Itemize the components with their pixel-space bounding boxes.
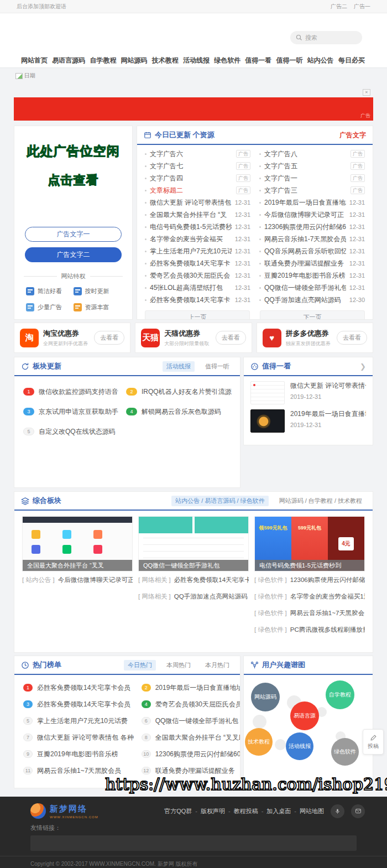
link-text[interactable]: 网易云音乐抽1~7天黑胶会员 [290, 609, 365, 617]
article-row[interactable]: 必胜客免费领取14天宅享卡 12-31 [145, 294, 250, 306]
chevron-right-icon[interactable]: ❯ [360, 362, 366, 371]
nav-item[interactable]: 绿色软件 [214, 56, 240, 65]
article-row[interactable]: 必胜客免费领取14天宅享卡 12-31 [145, 257, 250, 269]
nav-item[interactable]: 值得一听 [276, 56, 303, 65]
hot-list-item[interactable]: 3 必胜客免费领取14天宅享卡会员 [23, 696, 134, 713]
article-row[interactable]: QQ音乐网易云音乐听歌回忆 12-31 [259, 245, 365, 257]
list-item[interactable]: 2 IRQQ机器人好友名片赞引流源 [126, 382, 232, 402]
go-see-button[interactable]: 去看看 [94, 331, 124, 345]
nav-item[interactable]: 自学教程 [90, 56, 116, 65]
footer-link[interactable]: 教程投稿 [234, 807, 267, 815]
nav-item[interactable]: 网站首页 [21, 56, 48, 65]
link-text[interactable]: 今后微信微博聊天记录可正式 [58, 576, 133, 584]
nav-item[interactable]: 网站源码 [121, 56, 148, 65]
coupon-card[interactable]: ♥ 拼多多优惠券 独家直发拼团优惠券 去看看 [257, 323, 373, 353]
article-row[interactable]: QQ微信一键领全部手游礼包 12-31 [259, 282, 365, 294]
placeholder-ad[interactable]: 此处广告位空闲 点击查看 [23, 143, 124, 189]
hot-list-item[interactable]: 6 QQ微信一键领全部手游礼包 [142, 713, 240, 729]
article-link[interactable]: QQ微信一键领全部手游礼包 [264, 283, 346, 293]
article-link[interactable]: 2019年最后一场日食直播地址 [264, 198, 346, 207]
article-row[interactable]: 全国最大聚合外挂平台 “叉 12-31 [145, 209, 250, 221]
list-item[interactable]: 4 解锁网易云音乐灰色取源码 [126, 402, 232, 422]
ad-text-button-2[interactable]: 广告文字二 [25, 247, 122, 262]
watch-item[interactable]: 2019年最后一场日食直播地址 2019-12-31 [244, 404, 373, 433]
article-row[interactable]: 网易云音乐抽1-7天黑胶会员 12-31 [259, 233, 365, 245]
tagged-link[interactable]: 绿色软件 12306购票使用云闪付邮储60-30 [254, 571, 365, 588]
article-row[interactable]: 掌上生活老用户7元充10元话 12-31 [145, 245, 250, 257]
tab[interactable]: 本周热门 [163, 660, 195, 671]
ad-row[interactable]: 文字广告八 广告 [259, 148, 365, 160]
tab[interactable]: 本月热门 [201, 660, 233, 671]
interest-bubble[interactable]: 技术教程 [245, 728, 273, 756]
feature-image[interactable]: 领599元礼包 599元礼包 4元 全国最大聚合外挂平台 “叉叉 [22, 516, 133, 571]
watch-item[interactable]: 微信大更新 评论可带表情包 2019-12-31 [244, 376, 373, 404]
article-row[interactable]: 联通免费办理漏话提醒业务 12-31 [259, 257, 365, 269]
ad-row[interactable]: 文字广告一 广告 [259, 172, 365, 184]
nav-item[interactable]: 站内公告 [307, 56, 334, 65]
article-link[interactable]: 12306购票使用云闪付邮储6 [264, 222, 346, 232]
nav-item[interactable]: 每日必买 [338, 56, 365, 65]
article-link[interactable]: 全国最大聚合外挂平台 “叉 [150, 210, 232, 220]
link-text[interactable]: PC腾讯微视多线程刷播放量源码 [290, 626, 365, 634]
hot-list-item[interactable]: 8 全国最大聚合外挂平台 “叉叉助手 [142, 729, 240, 746]
list-item[interactable]: 1 微信收款监控源码支持语音 [23, 382, 118, 402]
go-see-button[interactable]: 去看看 [337, 331, 367, 345]
topbar-ad-link[interactable]: 广告一 [354, 3, 370, 11]
nav-item[interactable]: 技术教程 [152, 56, 179, 65]
article-link[interactable]: 爱奇艺会员领30天屈臣氏会 [150, 271, 232, 280]
ad-row[interactable]: 文字广告四 广告 [145, 172, 250, 184]
article-row[interactable]: 电信号码免费领1-5元话费秒 12-31 [145, 221, 250, 233]
ad-link[interactable]: 文字广告四 [150, 174, 233, 183]
ad-row[interactable]: 文章标题二 广告 [145, 184, 250, 196]
article-row[interactable]: 今后微信微博聊天记录可正 12-31 [259, 209, 365, 221]
interest-bubble[interactable] [253, 715, 266, 729]
article-link[interactable]: 必胜客免费领取14天宅享卡 [150, 295, 232, 305]
ad-link[interactable]: 文字广告七 [150, 162, 233, 171]
link-text[interactable]: 名字带金的麦当劳金福买1送 [290, 592, 365, 601]
link-text[interactable]: QQ手游加速点亮网站源码 [174, 592, 248, 601]
link-text[interactable]: 12306购票使用云闪付邮储60-30 [290, 576, 365, 584]
article-row[interactable]: 2019年最后一场日食直播地址 12-31 [259, 196, 365, 209]
ad-link[interactable]: 文字广告六 [150, 149, 233, 159]
article-link[interactable]: QQ音乐网易云音乐听歌回忆 [264, 247, 346, 256]
ad-row[interactable]: 文字广告七 广告 [145, 160, 250, 172]
search-input[interactable] [305, 34, 355, 41]
prev-page-button[interactable]: 上一页 [145, 310, 250, 320]
tab[interactable]: 网站源码 / 自学教程 / 技术教程 [275, 496, 366, 506]
hot-list-item[interactable]: 10 12306购票使用云闪付邮储60-30 [142, 746, 240, 762]
next-page-button[interactable]: 下一页 [260, 310, 365, 320]
tab[interactable]: 活动线报 [163, 361, 195, 372]
nav-item[interactable]: 活动线报 [183, 56, 210, 65]
list-item[interactable]: 3 京东试用申请京豆获取助手 [23, 402, 118, 422]
interest-bubble[interactable]: 活动线报 [286, 732, 313, 760]
ad-link[interactable]: 文字广告三 [264, 186, 347, 195]
ad-link[interactable]: 文字广告一 [264, 174, 347, 183]
article-link[interactable]: 掌上生活老用户7元充10元话 [150, 247, 232, 256]
article-link[interactable]: 今后微信微博聊天记录可正 [264, 210, 346, 220]
feature-image[interactable]: 领599元礼包 599元礼包 4元 电信号码免费领1-5元话费秒到 [254, 516, 365, 571]
ad-row[interactable]: 文字广告五 广告 [259, 160, 365, 172]
interest-bubble[interactable]: 网站源码 [251, 683, 280, 711]
article-link[interactable]: 名字带金的麦当劳金福买 [150, 235, 232, 244]
article-row[interactable]: 12306购票使用云闪付邮储6 12-31 [259, 221, 365, 233]
banner-close-icon[interactable]: ✕ [363, 89, 370, 96]
footer-link[interactable]: 加入桌面 [266, 807, 300, 815]
hot-list-item[interactable]: 9 豆瓣2019年电影图书音乐榜 [23, 746, 134, 762]
coupon-card[interactable]: 天猫 天猫优惠券 大部分限时限量领取 去看看 [135, 323, 252, 353]
ad-text-button-1[interactable]: 广告文字一 [25, 227, 122, 242]
hot-list-item[interactable]: 5 掌上生活老用户7元充10元话费 [23, 713, 134, 729]
tagged-link[interactable]: 绿色软件 网易云音乐抽1~7天黑胶会员 [254, 605, 365, 621]
footer-logo[interactable]: 新梦网络 WWW.XINMENGCN.COM [30, 803, 98, 819]
hot-list-item[interactable]: 1 必胜客免费领取14天宅享卡会员 [23, 679, 134, 696]
tab[interactable]: 今日热门 [124, 660, 156, 671]
article-link[interactable]: 联通免费办理漏话提醒业务 [264, 259, 346, 268]
link-text[interactable]: 必胜客免费领取14天宅享卡会员 [174, 576, 249, 584]
article-row[interactable]: 爱奇艺会员领30天屈臣氏会 12-31 [145, 269, 250, 282]
hot-list-item[interactable]: 7 微信大更新 评论可带表情包 各种 [23, 729, 134, 746]
ad-link[interactable]: 文章标题二 [150, 186, 233, 195]
interest-bubble[interactable] [275, 739, 286, 750]
tab[interactable]: 值得一听 [201, 361, 233, 372]
ad-link[interactable]: 文字广告八 [264, 149, 347, 159]
interest-bubble[interactable]: 易语言源 [290, 701, 319, 730]
mail-icon[interactable] [351, 804, 365, 818]
